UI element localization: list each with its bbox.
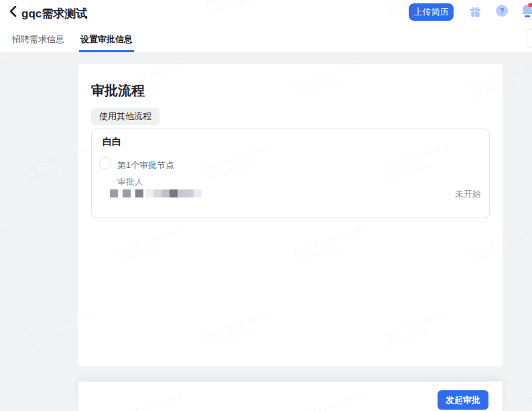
help-icon[interactable]: ? (496, 5, 508, 17)
redacted-block (161, 189, 170, 197)
approver-redacted-name (110, 189, 202, 197)
redacted-block (194, 189, 202, 197)
bottom-action-bar: 发起审批 (78, 382, 503, 411)
flow-name: 白白 (103, 136, 121, 148)
redacted-block (178, 189, 186, 197)
node-status-circle-icon (99, 157, 111, 169)
approval-content-card: 审批流程 使用其他流程 白白 第1个审批节点 审批人 未开始 (78, 64, 503, 366)
gift-icon[interactable] (469, 5, 481, 17)
redacted-block (170, 189, 178, 197)
back-button[interactable] (5, 5, 20, 21)
approval-flow-card: 白白 第1个审批节点 审批人 未开始 (91, 129, 490, 218)
redacted-block (153, 189, 161, 197)
question-mark-glyph: ? (500, 7, 505, 15)
approver-label: 审批人 (117, 176, 143, 188)
main-area: 审批流程 使用其他流程 白白 第1个审批节点 审批人 未开始 发起审批 (0, 52, 532, 411)
tab-recruitment-demand-info[interactable]: 招聘需求信息 (11, 28, 66, 52)
node-status-text: 未开始 (455, 188, 481, 200)
redacted-block (123, 189, 131, 197)
edge-floating-widget[interactable] (527, 28, 532, 48)
header: gqc需求测试 上传简历 ? 招聘需求信息 设置审批信息 (0, 0, 532, 52)
upload-resume-button[interactable]: 上传简历 (409, 3, 454, 21)
redacted-block (110, 189, 118, 197)
title-row: gqc需求测试 上传简历 ? (0, 0, 532, 28)
chevron-left-icon (9, 6, 17, 19)
redacted-block (135, 189, 143, 197)
redacted-block (186, 189, 194, 197)
page-title: gqc需求测试 (21, 6, 87, 21)
approval-settings-page: { "header": { "back_icon": "chevron-left… (0, 0, 532, 411)
tab-set-approval-info[interactable]: 设置审批信息 (79, 28, 134, 52)
section-title: 审批流程 (91, 82, 145, 100)
initiate-approval-button[interactable]: 发起审批 (438, 390, 488, 410)
redacted-block (145, 189, 153, 197)
bell-notification-icon[interactable] (519, 3, 532, 19)
node-title: 第1个审批节点 (117, 159, 174, 171)
tab-bar: 招聘需求信息 设置审批信息 (0, 28, 532, 52)
use-other-flow-button[interactable]: 使用其他流程 (91, 108, 159, 125)
